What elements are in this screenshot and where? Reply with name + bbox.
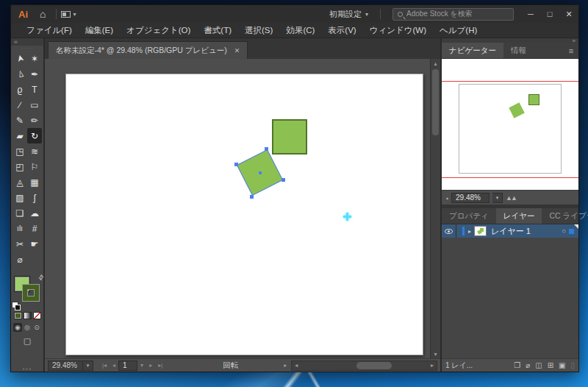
screen-mode-button[interactable]: ▢: [24, 336, 31, 346]
tab-cc-libraries[interactable]: CC ライブラリ: [542, 208, 588, 224]
horizontal-scroll-track[interactable]: [301, 361, 428, 370]
rotate-tool[interactable]: ↻: [27, 128, 42, 143]
layer-name[interactable]: レイヤー 1: [491, 226, 562, 237]
vertical-scroll-thumb[interactable]: [432, 69, 439, 135]
eyedropper-tool[interactable]: ʃ: [27, 190, 42, 205]
color-button[interactable]: [14, 312, 22, 319]
gradient-button[interactable]: [24, 312, 32, 319]
scroll-left-icon[interactable]: ◂: [292, 362, 301, 369]
menu-help[interactable]: ヘルプ(H): [433, 25, 484, 36]
stroke-swatch[interactable]: [23, 285, 39, 301]
menu-effect[interactable]: 効果(C): [279, 25, 321, 36]
next-artboard-button[interactable]: ▸: [146, 362, 155, 369]
scroll-up-icon[interactable]: ▴: [434, 59, 437, 68]
chevron-down-icon[interactable]: ▾: [73, 11, 76, 18]
panel-menu-icon[interactable]: ≡: [564, 43, 578, 58]
type-tool[interactable]: T: [27, 82, 42, 97]
tools-collapse-button[interactable]: «: [11, 38, 43, 46]
tab-properties[interactable]: プロパティ: [442, 208, 496, 224]
locate-object-icon[interactable]: ⌀: [526, 361, 530, 369]
none-button[interactable]: [33, 312, 41, 319]
layer-target-icon[interactable]: ○: [562, 227, 566, 235]
previous-artboard-button[interactable]: ◂: [110, 362, 118, 369]
anchor-handle[interactable]: [234, 163, 238, 166]
artboard-dropdown-icon[interactable]: ▾: [137, 362, 146, 369]
delete-layer-icon[interactable]: ▯: [570, 361, 575, 369]
column-graph-tool[interactable]: ılı: [12, 221, 27, 236]
zoom-in-icon[interactable]: ▲▲: [506, 194, 516, 202]
puppet-warp-tool[interactable]: ⚐: [27, 159, 42, 174]
tools-drag-grip[interactable]: ·····: [11, 46, 43, 51]
menu-edit[interactable]: 編集(E): [79, 25, 120, 36]
new-layer-icon[interactable]: ▣: [559, 361, 565, 369]
new-sublayer-icon[interactable]: ⊞: [548, 361, 553, 369]
lasso-tool[interactable]: ϱ: [12, 82, 27, 97]
draw-normal-mode[interactable]: ◉: [13, 323, 22, 332]
shaper-tool[interactable]: ✏: [27, 113, 42, 128]
object-center-point[interactable]: [259, 171, 262, 174]
menu-object[interactable]: オブジェクト(O): [120, 25, 197, 36]
layer-thumbnail[interactable]: [474, 226, 487, 236]
horizontal-scroll-thumb[interactable]: [356, 362, 392, 369]
symbol-sprayer-tool[interactable]: ☁: [27, 205, 42, 221]
mesh-tool[interactable]: ▦: [27, 174, 42, 190]
pen-tool[interactable]: ✒: [27, 66, 42, 82]
scroll-right-icon[interactable]: ▸: [428, 362, 437, 369]
navigator-zoom-dropdown-icon[interactable]: ▾: [492, 193, 503, 203]
free-transform-tool[interactable]: ◰: [12, 159, 27, 174]
arrange-documents-icon[interactable]: [61, 11, 71, 18]
last-artboard-button[interactable]: ▸|: [155, 362, 165, 369]
vertical-scroll-track[interactable]: [431, 68, 440, 349]
tab-navigator[interactable]: ナビゲーター: [442, 43, 503, 58]
zoom-tool[interactable]: ⌀: [12, 252, 27, 267]
workspace-switcher[interactable]: 初期設定 ▾: [322, 9, 376, 20]
menu-type[interactable]: 書式(T): [197, 25, 238, 36]
scroll-down-icon[interactable]: ▾: [434, 349, 437, 358]
clipping-mask-icon[interactable]: ◫: [535, 361, 542, 369]
layer-row[interactable]: ▸ レイヤー 1 ○: [442, 224, 578, 238]
maximize-button[interactable]: □: [540, 6, 559, 22]
artboard-tool[interactable]: #: [27, 221, 42, 236]
menu-window[interactable]: ウィンドウ(W): [363, 25, 433, 36]
line-segment-tool[interactable]: ∕: [12, 97, 27, 113]
home-icon[interactable]: ⌂: [34, 8, 51, 20]
tab-info[interactable]: 情報: [503, 43, 534, 58]
collect-for-export-icon[interactable]: ❐: [514, 361, 520, 369]
minimize-button[interactable]: ─: [521, 6, 540, 22]
tab-layers[interactable]: レイヤー: [496, 208, 542, 224]
edit-toolbar-button[interactable]: ···: [23, 365, 32, 373]
anchor-handle[interactable]: [265, 147, 268, 151]
horizontal-scrollbar[interactable]: ◂ ▸: [291, 361, 437, 371]
default-fill-stroke-icon[interactable]: [12, 302, 18, 308]
artwork-square[interactable]: [272, 119, 307, 155]
scale-tool[interactable]: ◳: [12, 143, 27, 159]
visibility-cell[interactable]: [442, 224, 456, 238]
navigator-zoom-field[interactable]: 29.48%: [451, 193, 490, 203]
eraser-tool[interactable]: ▰: [12, 128, 27, 143]
width-tool[interactable]: ≋: [27, 143, 42, 159]
artboard[interactable]: [65, 74, 423, 355]
artboard-number-field[interactable]: 1: [118, 361, 137, 371]
draw-inside-mode[interactable]: ⊙: [32, 323, 41, 332]
zoom-dropdown-icon[interactable]: ▾: [83, 361, 93, 371]
selection-tool[interactable]: ➤: [10, 49, 29, 68]
close-button[interactable]: ✕: [559, 6, 578, 22]
navigator-preview[interactable]: [442, 59, 578, 190]
hand-tool[interactable]: ☛: [27, 236, 42, 252]
direct-selection-tool[interactable]: ▻: [10, 65, 29, 83]
vertical-scrollbar[interactable]: ▴ ▾: [430, 59, 440, 358]
anchor-handle[interactable]: [282, 178, 285, 182]
perspective-grid-tool[interactable]: ◬: [12, 174, 27, 190]
zoom-out-icon[interactable]: ▴: [446, 195, 448, 200]
magic-wand-tool[interactable]: ✶: [27, 51, 42, 66]
zoom-level-field[interactable]: 29.48%: [48, 361, 83, 371]
rectangle-tool[interactable]: ▭: [27, 97, 42, 113]
menu-view[interactable]: 表示(V): [321, 25, 362, 36]
menu-select[interactable]: 選択(S): [238, 25, 279, 36]
blend-tool[interactable]: ❏: [12, 205, 27, 221]
adobe-stock-search-input[interactable]: Adobe Stock を検索: [392, 8, 514, 21]
paintbrush-tool[interactable]: ✎: [12, 113, 27, 128]
expand-chevron-icon[interactable]: ▸: [468, 228, 471, 235]
menu-file[interactable]: ファイル(F): [20, 25, 79, 36]
slice-tool[interactable]: ✂: [12, 236, 27, 252]
